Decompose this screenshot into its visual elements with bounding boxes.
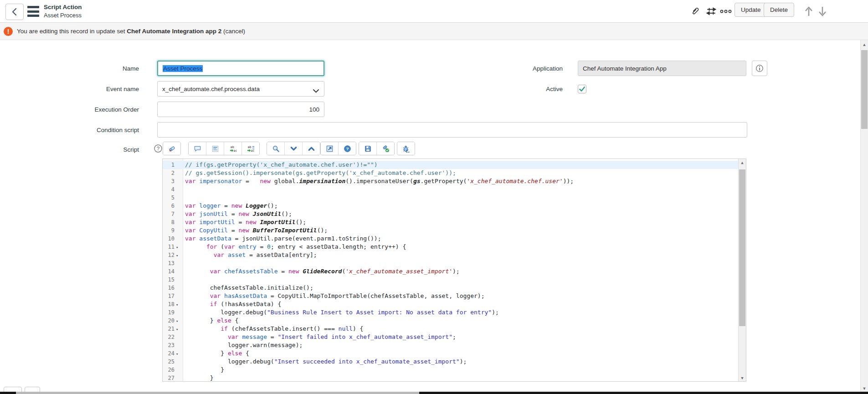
- code-text: var jsonUtil = new JsonUtil();: [185, 210, 738, 218]
- code-line-19[interactable]: 19 logger.debug("Business Rule Insert to…: [163, 308, 738, 317]
- code-line-6[interactable]: 6var logger = new Logger();: [163, 202, 738, 210]
- script-action-form-page: Script Action Asset Process Update Delet…: [0, 0, 868, 394]
- fold-toggle-icon[interactable]: ▾: [176, 317, 181, 325]
- syntax-macro-icon: [168, 145, 176, 153]
- toggle-comment-icon: [194, 145, 201, 153]
- code-line-22[interactable]: 22 var message = "Insert failed into x_c…: [163, 333, 738, 341]
- debug-button[interactable]: [397, 142, 415, 155]
- save-button[interactable]: [359, 142, 376, 155]
- line-number: 18: [163, 300, 175, 308]
- script-help-button[interactable]: ?: [154, 144, 163, 153]
- code-text: }: [185, 374, 738, 382]
- delete-button[interactable]: Delete: [764, 3, 794, 17]
- horizontal-scrollbar-thumb[interactable]: [16, 392, 419, 394]
- application-value: Chef Automate Integration App: [583, 65, 667, 72]
- previous-record-button[interactable]: [803, 5, 815, 18]
- code-text: var asset = assetData[entry];: [185, 251, 738, 259]
- line-number: 21: [163, 325, 175, 333]
- code-line-18[interactable]: 18▾ if (!hasAssetData) {: [163, 300, 738, 308]
- toggle-comment-button[interactable]: [189, 142, 206, 155]
- active-checkbox[interactable]: [578, 85, 586, 93]
- search-button[interactable]: [267, 142, 284, 155]
- horizontal-scrollbar[interactable]: [0, 392, 868, 394]
- code-line-21[interactable]: 21▾ if (chefAssetsTable.insert() === nul…: [163, 325, 738, 333]
- svg-text:ac: ac: [233, 149, 237, 153]
- cancel-link[interactable]: (cancel): [221, 28, 245, 35]
- code-line-4[interactable]: 4: [163, 185, 738, 194]
- editor-scrollbar[interactable]: ▲ ▼: [738, 159, 746, 381]
- code-line-9[interactable]: 9var CopyUtil = new BufferToImportUtil()…: [163, 226, 738, 235]
- execution-order-input[interactable]: 100: [157, 102, 324, 117]
- code-line-16[interactable]: 16 chefAssetsTable.initialize();: [163, 284, 738, 292]
- code-text: var message = "Insert failed into x_chef…: [185, 333, 738, 341]
- script-editor[interactable]: 1// if(gs.getProperty('x_chef_automate.c…: [162, 159, 746, 382]
- code-line-12[interactable]: 12▾ var asset = assetData[entry];: [163, 251, 738, 259]
- line-number: 15: [163, 276, 175, 284]
- update-set-name: Chef Automate Integration app 2: [127, 28, 221, 35]
- code-line-3[interactable]: 3var impersonator = new global.impersina…: [163, 177, 738, 185]
- code-text: logger.warn(message);: [185, 341, 738, 349]
- name-input[interactable]: Asset Process: [157, 61, 324, 76]
- page-scrollbar-thumb[interactable]: [861, 50, 868, 129]
- code-line-10[interactable]: 10var assetData = jsonUtil.parse(event.p…: [163, 235, 738, 243]
- find-previous-button[interactable]: [302, 142, 320, 155]
- open-window-icon: [326, 145, 334, 153]
- code-line-8[interactable]: 8var importUtil = new ImportUtil();: [163, 218, 738, 226]
- personalize-icon: [706, 6, 717, 16]
- next-record-button[interactable]: [817, 5, 828, 18]
- code-line-1[interactable]: 1// if(gs.getProperty('x_chef_automate.c…: [163, 161, 738, 169]
- code-line-11[interactable]: 11▾ for (var entry = 0; entry < assetDat…: [163, 243, 738, 251]
- attachment-button[interactable]: [689, 5, 701, 18]
- personalize-form-button[interactable]: [705, 5, 717, 18]
- syntax-macro-button[interactable]: [163, 142, 180, 155]
- line-number: 20: [163, 317, 175, 325]
- page-scroll-up-icon[interactable]: ▲: [861, 41, 868, 48]
- context-menu-icon[interactable]: [27, 6, 39, 17]
- page-scroll-down-icon[interactable]: ▼: [861, 385, 868, 392]
- find-next-button[interactable]: [284, 142, 302, 155]
- code-line-7[interactable]: 7var jsonUtil = new JsonUtil();: [163, 210, 738, 218]
- toolbar-group-1: abacabac: [188, 142, 260, 155]
- code-line-26[interactable]: 26 }: [163, 366, 738, 374]
- application-info-button[interactable]: [752, 61, 767, 76]
- fold-toggle-icon[interactable]: ▾: [176, 301, 181, 309]
- help-icon: ?: [154, 144, 163, 153]
- fold-toggle-icon[interactable]: ▾: [176, 251, 181, 260]
- code-line-17[interactable]: 17 var hasAssetData = CopyUtil.MapToImpo…: [163, 292, 738, 300]
- replace-all-button[interactable]: abac: [241, 142, 259, 155]
- toolbar-group-0: [163, 142, 181, 155]
- code-line-23[interactable]: 23 logger.warn(message);: [163, 341, 738, 349]
- fold-toggle-icon[interactable]: ▾: [176, 350, 181, 358]
- code-line-2[interactable]: 2// gs.getSession().impersonate(gs.getPr…: [163, 169, 738, 177]
- format-code-button[interactable]: [206, 142, 224, 155]
- editor-scrollbar-thumb[interactable]: [739, 169, 745, 326]
- toolbar-group-5: [397, 142, 415, 155]
- line-number: 4: [163, 185, 175, 194]
- event-name-select[interactable]: x_chef_automate.chef.process.data: [157, 81, 324, 97]
- code-line-25[interactable]: 25 logger.debug("Insert succeeded into x…: [163, 358, 738, 366]
- line-number: 26: [163, 366, 175, 374]
- page-scrollbar[interactable]: ▲ ▼: [860, 40, 868, 393]
- condition-script-input[interactable]: [157, 122, 747, 138]
- scroll-down-icon[interactable]: ▼: [739, 374, 746, 381]
- line-number: 7: [163, 210, 175, 218]
- open-window-button[interactable]: [321, 142, 338, 155]
- code-line-27[interactable]: 27 }: [163, 374, 738, 382]
- replace-button[interactable]: abac: [224, 142, 241, 155]
- fold-toggle-icon[interactable]: ▾: [176, 325, 181, 333]
- code-line-15[interactable]: 15: [163, 276, 738, 284]
- code-line-5[interactable]: 5: [163, 194, 738, 202]
- back-button[interactable]: [5, 4, 24, 20]
- code-line-13[interactable]: 13: [163, 259, 738, 267]
- update-button[interactable]: Update: [734, 3, 767, 17]
- scroll-up-icon[interactable]: ▲: [739, 159, 746, 166]
- editor-help-button[interactable]: ?: [338, 142, 356, 155]
- code-line-24[interactable]: 24▾ } else {: [163, 349, 738, 358]
- more-options-button[interactable]: [720, 5, 732, 18]
- code-text: logger.debug("Business Rule Insert to As…: [185, 308, 738, 317]
- fold-toggle-icon[interactable]: ▾: [176, 243, 181, 251]
- page-title: Script Action Asset Process: [44, 3, 82, 20]
- code-line-20[interactable]: 20▾ } else {: [163, 317, 738, 325]
- code-line-14[interactable]: 14 var chefAssetsTable = new GlideRecord…: [163, 267, 738, 276]
- syntax-check-button[interactable]: [376, 142, 394, 155]
